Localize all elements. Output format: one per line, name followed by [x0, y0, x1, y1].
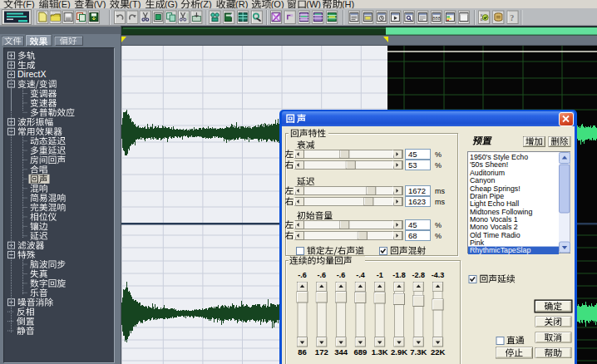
- svg-text:(E): (E): [58, 0, 71, 9]
- svg-text:(V): (V): [94, 0, 106, 9]
- svg-text:(T): (T): [129, 0, 141, 9]
- svg-text:(R): (R): [235, 0, 248, 9]
- svg-text:(H): (H): [342, 0, 354, 9]
- svg-text:(W): (W): [306, 0, 321, 9]
- svg-text:(F): (F): [23, 0, 35, 9]
- svg-text:(O): (O): [271, 0, 284, 9]
- svg-text:(Z): (Z): [200, 0, 212, 9]
- svg-text:(G): (G): [165, 0, 178, 9]
